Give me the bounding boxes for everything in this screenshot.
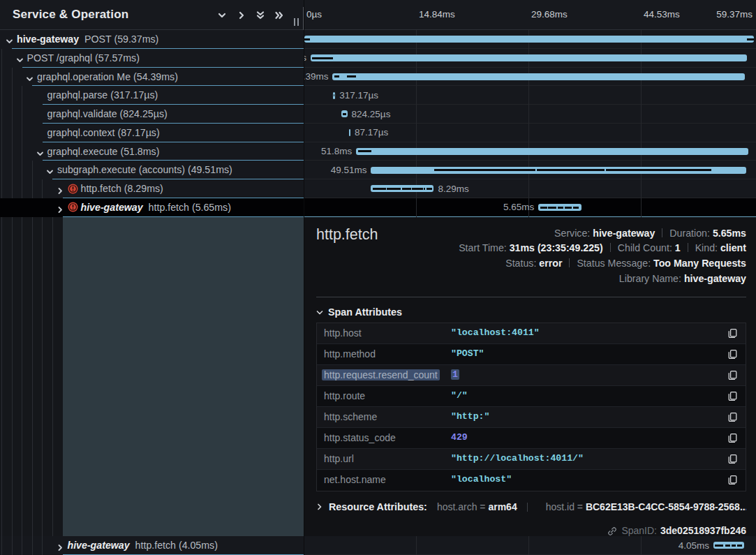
overview-value: hive-gateway — [593, 228, 655, 239]
resource-attributes-title: Resource Attributes: — [329, 501, 427, 512]
span-row[interactable]: graphql.parse (317.17µs)317.17µs — [0, 86, 756, 105]
tree-indent-guide — [12, 161, 13, 179]
tree-indent-guide — [12, 536, 13, 555]
span-name-cell[interactable]: graphql.validate (824.25µs) — [0, 105, 304, 124]
expander-chevron-right-icon[interactable] — [57, 185, 64, 193]
copy-icon[interactable] — [727, 412, 738, 422]
span-bar-cell[interactable]: 824.25µs — [304, 105, 756, 124]
span-duration-label: 8.29ms — [438, 184, 468, 194]
span-row[interactable]: graphql.operation Me (54.39ms)54.39ms — [0, 68, 756, 87]
span-duration-bar[interactable] — [356, 148, 748, 155]
resource-attribute-summary: host.id = BC62E13B-C4CC-5854-9788-2568..… — [546, 501, 746, 512]
overview-value: 31ms (23:35:49.225) — [510, 242, 603, 253]
span-name-cell[interactable]: graphql.operation Me (54.39ms) — [0, 68, 304, 87]
expand-all-icon[interactable] — [274, 10, 284, 20]
span-duration-bar[interactable] — [371, 185, 433, 192]
span-row[interactable]: POST /graphql (57.57ms)57.57ms — [0, 49, 756, 68]
span-duration-bar[interactable] — [304, 36, 754, 43]
span-row[interactable]: hive-gatewayhttp.fetch (5.65ms)5.65ms — [0, 198, 756, 217]
span-duration-bar[interactable] — [341, 110, 348, 117]
expander-chevron-down-icon[interactable] — [26, 73, 34, 81]
copy-icon[interactable] — [727, 475, 738, 485]
copy-icon[interactable] — [727, 370, 738, 380]
span-bar-cell[interactable]: 4.05ms — [304, 536, 756, 555]
span-bar-cell[interactable]: 51.8ms — [304, 142, 756, 161]
tree-indent-guide — [22, 105, 22, 124]
collapse-one-icon[interactable] — [217, 10, 227, 20]
span-name-cell[interactable]: graphql.context (87.17µs) — [0, 124, 304, 142]
span-row[interactable]: http.fetch (8.29ms)8.29ms — [0, 179, 756, 198]
attribute-key: http.method — [324, 348, 376, 360]
attribute-key: http.scheme — [324, 411, 377, 422]
span-name-cell[interactable]: hive-gatewayhttp.fetch (4.05ms) — [0, 536, 304, 555]
span-attributes-table: http.host"localhost:4011"http.method"POS… — [316, 323, 746, 491]
span-bar-cell[interactable] — [304, 30, 756, 49]
span-duration-bar[interactable] — [332, 73, 744, 80]
span-row[interactable]: hive-gatewayhttp.fetch (4.05ms)4.05ms — [0, 536, 756, 555]
copy-icon[interactable] — [727, 391, 738, 401]
collapse-all-icon[interactable] — [255, 10, 265, 20]
span-name-cell[interactable]: hive-gatewayhttp.fetch (5.65ms) — [0, 198, 304, 217]
copy-icon[interactable] — [727, 328, 738, 339]
span-bar-cell[interactable]: 317.17µs — [304, 86, 756, 105]
span-duration-bar[interactable] — [333, 92, 335, 99]
span-row[interactable]: graphql.execute (51.8ms)51.8ms — [0, 142, 756, 161]
span-name-cell[interactable]: graphql.execute (51.8ms) — [0, 142, 304, 161]
expander-chevron-right-icon[interactable] — [57, 204, 64, 212]
span-duration-bar[interactable] — [538, 204, 581, 211]
span-name: hive-gatewayPOST (59.37ms) — [17, 34, 158, 45]
expander-chevron-right-icon[interactable] — [57, 542, 64, 549]
span-row[interactable]: hive-gatewayPOST (59.37ms) — [0, 30, 756, 49]
copy-icon[interactable] — [727, 349, 738, 360]
span-bar-cell[interactable]: 8.29ms — [304, 179, 756, 198]
span-bar-cell[interactable]: 57.57ms — [304, 49, 756, 68]
span-id-label: SpanID: — [621, 525, 657, 536]
span-duration-bar[interactable] — [713, 542, 744, 549]
chevron-down-icon — [316, 306, 323, 318]
span-bar-cell[interactable]: 54.39ms — [304, 68, 756, 87]
span-name-cell[interactable]: hive-gatewayPOST (59.37ms) — [0, 30, 304, 49]
error-icon — [68, 202, 78, 212]
span-bar-cell[interactable]: 5.65ms — [304, 198, 756, 217]
overview-label: Start Time: — [459, 242, 510, 253]
tree-indent-guide — [32, 217, 33, 537]
span-row[interactable]: graphql.validate (824.25µs)824.25µs — [0, 105, 756, 124]
span-name-cell[interactable]: POST /graphql (57.57ms) — [0, 49, 304, 68]
resource-attributes-row[interactable]: Resource Attributes:host.arch = arm64hos… — [316, 501, 746, 515]
span-bar-cell[interactable]: 87.17µs — [304, 124, 756, 142]
span-name-cell[interactable]: subgraph.execute (accounts) (49.51ms) — [0, 161, 304, 179]
span-detail-accent-block[interactable] — [63, 217, 304, 536]
tree-indent-guide — [42, 217, 43, 537]
span-duration-bar[interactable] — [311, 54, 747, 61]
column-resize-grip[interactable] — [293, 18, 299, 26]
critical-path-segment — [558, 207, 563, 209]
tree-indent-guide — [22, 217, 22, 537]
expand-one-icon[interactable] — [237, 10, 246, 20]
expander-chevron-down-icon[interactable] — [36, 148, 44, 156]
span-attributes-header[interactable]: Span Attributes — [316, 306, 402, 320]
expander-chevron-down-icon[interactable] — [46, 166, 54, 174]
span-name-cell[interactable]: graphql.parse (317.17µs) — [0, 86, 304, 105]
copy-icon[interactable] — [727, 433, 738, 443]
expander-chevron-down-icon[interactable] — [16, 54, 24, 62]
span-attributes-title: Span Attributes — [328, 306, 402, 318]
operation-name: POST (59.37ms) — [84, 34, 158, 45]
span-name-cell[interactable]: http.fetch (8.29ms) — [0, 179, 304, 198]
span-row[interactable]: subgraph.execute (accounts) (49.51ms)49.… — [0, 161, 756, 179]
critical-path-segment — [747, 38, 754, 40]
span-row[interactable]: graphql.context (87.17µs)87.17µs — [0, 124, 756, 142]
span-detail-panel: http.fetchService: hive-gatewayDuration:… — [304, 217, 756, 537]
panel-divider[interactable] — [304, 0, 304, 555]
span-rows: hive-gatewayPOST (59.37ms)POST /graphql … — [0, 30, 756, 555]
critical-path-segment — [312, 57, 333, 59]
span-duration-bar[interactable] — [349, 129, 350, 136]
span-detail-left-gutter — [0, 217, 304, 537]
attribute-value-highlighted: 1 — [451, 369, 459, 380]
link-icon[interactable] — [607, 524, 621, 536]
attribute-value: "/" — [451, 390, 468, 401]
span-duration-label: 49.51ms — [331, 165, 367, 175]
span-duration-bar[interactable] — [371, 167, 746, 174]
span-bar-cell[interactable]: 49.51ms — [304, 161, 756, 179]
copy-icon[interactable] — [727, 454, 738, 464]
expander-chevron-down-icon[interactable] — [6, 36, 13, 43]
